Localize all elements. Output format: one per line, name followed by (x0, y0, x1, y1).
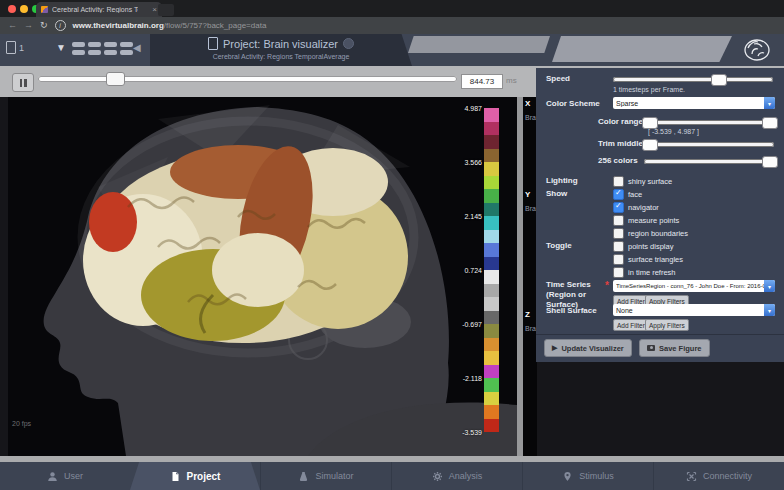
time-series-select[interactable]: TimeSeriesRegion - conn_76 - John Doe - … (613, 280, 775, 292)
nav-tab-analysis[interactable]: Analysis (391, 462, 522, 490)
shell-surface-select[interactable]: None ▾ (613, 304, 775, 316)
camera-icon (647, 345, 655, 351)
checkbox[interactable] (613, 189, 624, 200)
brain-3d-canvas[interactable]: 20 fps (8, 97, 517, 456)
flag-icon[interactable]: ▼ (56, 42, 66, 53)
url-text: www.thevirtualbrain.org/flow/5/757?back_… (73, 21, 267, 30)
app-header: 1 ▼ ◀ Project: Brain visualizer Cerebral… (0, 34, 784, 66)
checkbox-label: measure points (628, 216, 679, 225)
checkbox-label: points display (628, 242, 673, 251)
view-grid-icon[interactable] (72, 42, 133, 55)
nav-tab-simulator[interactable]: Simulator (260, 462, 391, 490)
browser-tab-strip: Cerebral Activity: Regions Te × (0, 0, 784, 17)
url-path: /flow/5/757?back_page=data (164, 21, 267, 30)
app-window: Cerebral Activity: Regions Te × ← → ↻ i … (0, 0, 784, 490)
checkbox-label: in time refresh (628, 268, 676, 277)
nav-tab-user[interactable]: User (0, 462, 130, 490)
page-title-row: Project: Brain visualizer (150, 37, 412, 50)
colorbar-ticks: 4.9873.5662.1450.724-0.697-2.118-3.539 (449, 108, 482, 432)
apply-filters-button[interactable]: Apply Filters (645, 319, 689, 331)
trim-middle-thumb[interactable] (642, 139, 658, 151)
refresh-icon[interactable]: ↻ (40, 21, 48, 30)
browser-back-icon[interactable]: ← (8, 21, 17, 30)
checkbox-navigator[interactable]: navigator (613, 202, 659, 213)
checkbox[interactable] (613, 228, 624, 239)
doc-badge: 1 (19, 43, 24, 53)
settings-panel: Speed 1 timesteps per Frame. Color Schem… (536, 68, 784, 362)
document-icon (6, 41, 16, 54)
color-scheme-select[interactable]: Sparse ▾ (613, 97, 775, 109)
minimize-window-button[interactable] (20, 5, 28, 13)
site-info-icon[interactable]: i (55, 20, 66, 31)
checkbox[interactable] (613, 202, 624, 213)
panel-divider (536, 334, 784, 335)
checkbox[interactable] (613, 176, 624, 187)
colorbar-tick: -2.118 (463, 375, 482, 382)
close-tab-icon[interactable]: × (152, 5, 157, 14)
shell-surface-label: Shell Surface (546, 306, 597, 315)
checkbox-shiny-surface[interactable]: shiny surface (613, 176, 672, 187)
add-filter-button[interactable]: Add Filter (613, 319, 649, 331)
colorbar-tick: 0.724 (464, 267, 482, 274)
trim-middle-slider[interactable] (644, 142, 774, 147)
checkbox[interactable] (613, 215, 624, 226)
checkbox-label: navigator (628, 203, 659, 212)
checkbox-face[interactable]: face (613, 189, 642, 200)
trim-middle-label: Trim middle (598, 139, 643, 148)
show-label: Show (546, 189, 567, 198)
colorbar-band (484, 392, 499, 406)
header-panel-right (552, 36, 732, 62)
pause-button[interactable] (12, 73, 34, 92)
update-visualizer-button[interactable]: ▶ Update Visualizer (544, 339, 632, 357)
browser-tab[interactable]: Cerebral Activity: Regions Te × (36, 2, 162, 17)
color-range-slider[interactable] (644, 120, 774, 125)
eye-icon[interactable] (343, 38, 354, 49)
nav-tab-stimulus[interactable]: Stimulus (522, 462, 653, 490)
checkbox-points-display[interactable]: points display (613, 241, 673, 252)
page-subtitle: Cerebral Activity: Regions TemporalAvera… (150, 53, 412, 60)
toggle-label: Toggle (546, 241, 572, 250)
page-title-tab: Project: Brain visualizer Cerebral Activ… (150, 34, 412, 66)
colors-count-slider[interactable] (644, 159, 774, 164)
address-bar[interactable]: ← → ↻ i www.thevirtualbrain.org/flow/5/7… (0, 17, 784, 34)
time-slider-thumb[interactable] (106, 72, 125, 86)
browser-forward-icon[interactable]: → (24, 21, 33, 30)
checkbox-surface-triangles[interactable]: surface triangles (613, 254, 683, 265)
nav-label: Simulator (315, 471, 353, 481)
back-arrow-icon[interactable]: ◀ (133, 42, 141, 53)
nav-tab-project[interactable]: Project (130, 462, 260, 490)
color-range-max-thumb[interactable] (762, 117, 778, 129)
speed-slider[interactable] (613, 77, 773, 82)
checkbox[interactable] (613, 241, 624, 252)
colorbar-tick: -0.697 (462, 321, 482, 328)
colorbar-band (484, 203, 499, 217)
new-tab-button[interactable] (158, 4, 174, 16)
save-figure-button[interactable]: Save Figure (639, 339, 710, 357)
colorbar-band (484, 419, 499, 433)
checkbox-label: shiny surface (628, 177, 672, 186)
close-window-button[interactable] (8, 5, 16, 13)
checkbox-in-time-refresh[interactable]: in time refresh (613, 267, 676, 278)
nav-label: Project (187, 471, 221, 482)
colors-count-thumb[interactable] (762, 156, 778, 168)
time-value-field[interactable]: 844.73 (461, 74, 503, 89)
tvb-brain-logo-icon[interactable] (740, 37, 774, 68)
project-doc-icon[interactable]: 1 (6, 41, 24, 54)
time-slider[interactable] (38, 76, 457, 82)
color-scheme-label: Color Scheme (546, 99, 600, 108)
speed-slider-thumb[interactable] (711, 74, 727, 86)
nav-tab-connectivity[interactable]: Connectivity (653, 462, 784, 490)
color-range-value: [ -3.539 , 4.987 ] (648, 128, 699, 135)
required-icon: * (605, 280, 609, 291)
nav-label: User (64, 471, 83, 481)
checkbox[interactable] (613, 254, 624, 265)
colorbar (484, 108, 499, 432)
checkbox-region-boundaries[interactable]: region boundaries (613, 228, 688, 239)
play-icon: ▶ (552, 344, 557, 352)
checkbox-measure-points[interactable]: measure points (613, 215, 679, 226)
colorbar-band (484, 189, 499, 203)
checkbox[interactable] (613, 267, 624, 278)
colorbar-band (484, 149, 499, 163)
time-series-value: TimeSeriesRegion - conn_76 - John Doe - … (616, 283, 764, 289)
colorbar-band (484, 162, 499, 176)
